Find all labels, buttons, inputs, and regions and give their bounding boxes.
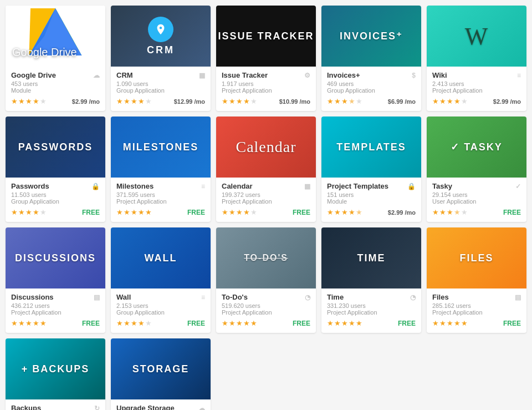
card-wiki[interactable]: WWiki≡2.413 usersProject Application★★★★… [427,6,526,111]
card-stars: ★★★★★ [432,208,468,216]
card-title: Project Templates🔒 [327,182,416,190]
card-type: Project Application [222,87,310,94]
card-type: Project Application [222,198,310,205]
card-users: 469 users [327,80,416,87]
card-users: 371.595 users [116,191,205,198]
card-calendar[interactable]: CalendarCalendar▦199.372 usersProject Ap… [216,117,316,222]
cloud-icon: ☁ [93,72,100,79]
card-price: FREE [398,320,416,327]
folder-icon: ▤ [515,293,521,301]
card-price: $10.99 /mo [279,98,310,105]
refresh-icon: ↻ [94,404,100,411]
card-users: 151 users [327,191,416,198]
card-time[interactable]: TIMETime◔331.230 usersProject Applicatio… [321,227,421,333]
card-stars: ★★★★★ [327,97,363,105]
card-price: FREE [82,209,100,216]
card-stars: ★★★★★ [222,319,258,327]
card-google-drive[interactable]: Google Drive Google Drive☁453 usersModul… [6,6,105,111]
card-stars: ★★★★★ [11,97,47,105]
card-title: Time◔ [327,293,416,301]
clock-icon: ◔ [305,293,310,301]
comment-icon: ▤ [94,293,100,301]
card-type: Module [11,87,100,94]
cloud-icon: ☁ [198,404,205,411]
card-stars: ★★★★★ [222,208,258,216]
card-users: 436.212 users [11,302,100,309]
calendar-icon: ▦ [304,183,310,190]
card-users: 11.503 users [11,191,100,198]
card-type: Module [327,198,416,205]
card-price: $6.99 /mo [388,98,416,105]
card-users: 29.154 users [432,191,521,198]
card-title: Files▤ [432,293,521,301]
card-price: FREE [293,320,310,327]
card-users: 285.162 users [432,302,521,309]
card-stars: ★★★★★ [222,97,258,105]
card-stars: ★★★★★ [432,319,468,327]
card-users: 1.917 users [222,80,310,87]
card-price: FREE [503,209,521,216]
doc-icon: ≡ [201,293,205,301]
clock-icon: ◔ [410,293,416,301]
card-type: Project Application [327,309,416,316]
check-icon: ✓ [515,183,521,190]
card-price: FREE [187,320,205,327]
card-title: To-Do's◔ [222,293,310,301]
card-todos[interactable]: TO-DO'STo-Do's◔519.620 usersProject Appl… [216,227,316,333]
card-title: Passwords🔒 [11,182,100,190]
card-stars: ★★★★★ [11,319,47,327]
card-title: Milestones≡ [116,182,205,190]
card-type: Group Application [11,198,100,205]
card-backups[interactable]: + BACKUPSBackups↻★★★★★$4.99 [6,338,105,410]
card-crm[interactable]: CRM CRM▦1.090 usersGroup Application★★★★… [111,6,211,111]
doc-icon: ≡ [517,72,521,79]
card-files[interactable]: FILESFiles▤285.162 usersProject Applicat… [427,227,526,333]
card-milestones[interactable]: MILESTONESMilestones≡371.595 usersProjec… [111,117,211,222]
card-title: Issue Tracker⚙ [222,71,310,79]
card-type: Project Application [432,87,521,94]
card-type: Group Application [116,309,205,316]
card-storage[interactable]: STORAGEUpgrade Storage☁★★★★★$7.99 [111,338,211,410]
card-title: Google Drive☁ [11,71,100,79]
card-price: FREE [187,209,205,216]
card-title: Backups↻ [11,404,100,410]
card-users: 2.153 users [116,302,205,309]
lock-icon: 🔒 [91,183,100,190]
card-price: $2.99 /mo [72,98,100,105]
card-discussions[interactable]: DISCUSSIONSDiscussions▤436.212 usersProj… [6,227,105,333]
card-title: Invoices+$ [327,71,416,79]
card-invoices[interactable]: INVOICES⁺Invoices+$469 usersGroup Applic… [321,6,421,111]
card-price: $2.99 /mo [388,209,416,216]
card-issue-tracker[interactable]: ISSUE TRACKERIssue Tracker⚙1.917 usersPr… [216,6,316,111]
card-stars: ★★★★★ [116,208,152,216]
card-type: Project Application [222,309,310,316]
app-grid: Google Drive Google Drive☁453 usersModul… [6,6,526,410]
card-stars: ★★★★★ [116,97,152,105]
settings-icon: ⚙ [304,72,310,79]
card-type: Project Application [11,309,100,316]
card-price: FREE [503,320,521,327]
card-users: 199.372 users [222,191,310,198]
card-stars: ★★★★★ [327,208,363,216]
card-passwords[interactable]: PASSWORDSPasswords🔒11.503 usersGroup App… [6,117,105,222]
card-type: Group Application [116,87,205,94]
dollar-icon: $ [412,72,416,79]
card-project-templates[interactable]: TEMPLATESProject Templates🔒151 usersModu… [321,117,421,222]
card-tasky[interactable]: ✓ TASKYTasky✓29.154 usersUser Applicatio… [427,117,526,222]
card-stars: ★★★★★ [327,319,363,327]
grid-icon: ▦ [199,72,205,79]
card-title: Tasky✓ [432,182,521,190]
card-title: Wiki≡ [432,71,521,79]
card-wall[interactable]: WALLWall≡2.153 usersGroup Application★★★… [111,227,211,333]
card-users: 2.413 users [432,80,521,87]
card-users: 1.090 users [116,80,205,87]
card-title: Upgrade Storage☁ [116,404,205,410]
card-stars: ★★★★★ [11,208,47,216]
card-price: $2.99 /mo [493,98,521,105]
card-title: Calendar▦ [222,182,310,190]
card-title: Discussions▤ [11,293,100,301]
card-type: Project Application [432,309,521,316]
card-price: $12.99 /mo [174,98,205,105]
doc-icon: ≡ [201,183,205,190]
card-type: Group Application [327,87,416,94]
